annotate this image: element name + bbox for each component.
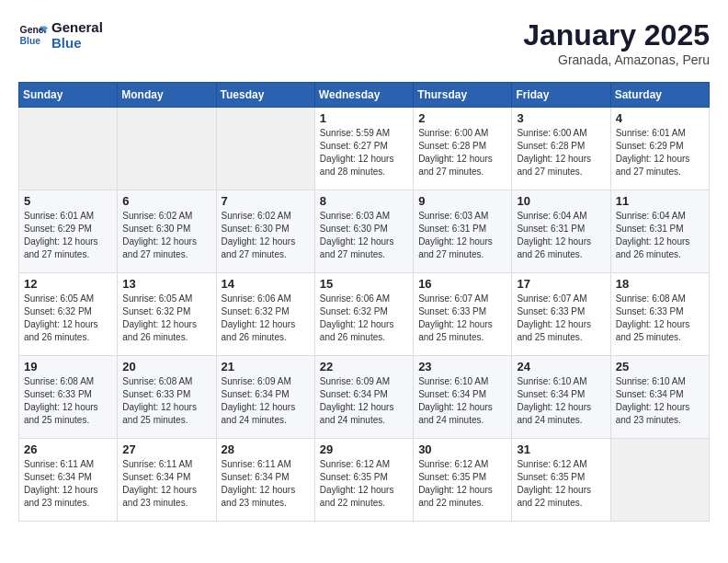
day-info: Sunrise: 6:08 AMSunset: 6:33 PMDaylight:…: [616, 293, 704, 344]
day-info: Sunrise: 6:07 AMSunset: 6:33 PMDaylight:…: [517, 293, 605, 344]
day-number: 1: [320, 111, 408, 125]
day-cell: 13Sunrise: 6:05 AMSunset: 6:32 PMDayligh…: [118, 273, 216, 356]
day-header-thursday: Thursday: [414, 83, 512, 108]
day-info: Sunrise: 6:01 AMSunset: 6:29 PMDaylight:…: [616, 127, 704, 178]
day-number: 7: [222, 194, 310, 208]
day-info: Sunrise: 6:02 AMSunset: 6:30 PMDaylight:…: [122, 210, 210, 261]
day-number: 18: [616, 277, 704, 291]
logo: General Blue General Blue: [18, 18, 103, 51]
day-number: 26: [24, 442, 112, 456]
day-cell: [118, 108, 216, 190]
day-number: 5: [24, 194, 112, 208]
day-info: Sunrise: 6:10 AMSunset: 6:34 PMDaylight:…: [616, 375, 704, 427]
day-number: 20: [122, 360, 210, 373]
day-header-wednesday: Wednesday: [314, 83, 413, 108]
week-row-3: 12Sunrise: 6:05 AMSunset: 6:32 PMDayligh…: [19, 273, 710, 356]
day-number: 21: [222, 360, 310, 373]
header-row: SundayMondayTuesdayWednesdayThursdayFrid…: [19, 83, 710, 108]
day-info: Sunrise: 6:01 AMSunset: 6:29 PMDaylight:…: [24, 210, 112, 261]
day-info: Sunrise: 6:11 AMSunset: 6:34 PMDaylight:…: [24, 458, 112, 510]
day-info: Sunrise: 6:00 AMSunset: 6:28 PMDaylight:…: [418, 127, 506, 178]
day-cell: 30Sunrise: 6:12 AMSunset: 6:35 PMDayligh…: [414, 439, 512, 522]
svg-text:Blue: Blue: [20, 35, 41, 45]
day-info: Sunrise: 6:07 AMSunset: 6:33 PMDaylight:…: [418, 293, 506, 344]
day-number: 6: [122, 194, 210, 208]
day-cell: 31Sunrise: 6:12 AMSunset: 6:35 PMDayligh…: [512, 439, 610, 522]
week-row-4: 19Sunrise: 6:08 AMSunset: 6:33 PMDayligh…: [19, 356, 710, 439]
day-number: 19: [24, 360, 112, 373]
day-number: 10: [517, 194, 605, 208]
day-cell: 17Sunrise: 6:07 AMSunset: 6:33 PMDayligh…: [512, 273, 610, 356]
day-cell: 18Sunrise: 6:08 AMSunset: 6:33 PMDayligh…: [610, 273, 709, 356]
day-info: Sunrise: 6:09 AMSunset: 6:34 PMDaylight:…: [222, 375, 310, 427]
day-cell: 3Sunrise: 6:00 AMSunset: 6:28 PMDaylight…: [512, 108, 610, 190]
day-number: 22: [320, 360, 408, 373]
day-number: 12: [24, 277, 112, 291]
day-number: 14: [222, 277, 310, 291]
day-info: Sunrise: 6:06 AMSunset: 6:32 PMDaylight:…: [222, 293, 310, 344]
day-cell: 22Sunrise: 6:09 AMSunset: 6:34 PMDayligh…: [314, 356, 413, 439]
day-cell: 25Sunrise: 6:10 AMSunset: 6:34 PMDayligh…: [610, 356, 709, 439]
day-number: 8: [320, 194, 408, 208]
logo-icon: General Blue: [18, 20, 48, 50]
day-number: 17: [517, 277, 605, 291]
day-cell: 6Sunrise: 6:02 AMSunset: 6:30 PMDaylight…: [118, 190, 216, 273]
day-info: Sunrise: 6:05 AMSunset: 6:32 PMDaylight:…: [122, 293, 210, 344]
day-cell: 7Sunrise: 6:02 AMSunset: 6:30 PMDaylight…: [216, 190, 314, 273]
day-cell: 20Sunrise: 6:08 AMSunset: 6:33 PMDayligh…: [118, 356, 216, 439]
day-number: 11: [616, 194, 704, 208]
day-cell: [216, 108, 314, 190]
week-row-1: 1Sunrise: 5:59 AMSunset: 6:27 PMDaylight…: [19, 108, 710, 190]
day-info: Sunrise: 6:08 AMSunset: 6:33 PMDaylight:…: [24, 375, 112, 427]
day-info: Sunrise: 6:11 AMSunset: 6:34 PMDaylight:…: [222, 458, 310, 510]
logo-line2: Blue: [51, 36, 103, 52]
day-number: 29: [320, 442, 408, 456]
day-cell: 27Sunrise: 6:11 AMSunset: 6:34 PMDayligh…: [118, 439, 216, 522]
day-info: Sunrise: 6:04 AMSunset: 6:31 PMDaylight:…: [517, 210, 605, 261]
day-cell: 23Sunrise: 6:10 AMSunset: 6:34 PMDayligh…: [414, 356, 512, 439]
day-info: Sunrise: 6:08 AMSunset: 6:33 PMDaylight:…: [122, 375, 210, 427]
day-cell: 5Sunrise: 6:01 AMSunset: 6:29 PMDaylight…: [19, 190, 118, 273]
day-header-tuesday: Tuesday: [216, 83, 314, 108]
day-cell: 16Sunrise: 6:07 AMSunset: 6:33 PMDayligh…: [414, 273, 512, 356]
day-cell: 2Sunrise: 6:00 AMSunset: 6:28 PMDaylight…: [414, 108, 512, 190]
day-number: 28: [222, 442, 310, 456]
day-info: Sunrise: 6:06 AMSunset: 6:32 PMDaylight:…: [320, 293, 408, 344]
day-header-sunday: Sunday: [19, 83, 118, 108]
day-info: Sunrise: 6:04 AMSunset: 6:31 PMDaylight:…: [616, 210, 704, 261]
calendar-table: SundayMondayTuesdayWednesdayThursdayFrid…: [18, 82, 710, 522]
week-row-2: 5Sunrise: 6:01 AMSunset: 6:29 PMDaylight…: [19, 190, 710, 273]
day-cell: 9Sunrise: 6:03 AMSunset: 6:31 PMDaylight…: [414, 190, 512, 273]
logo-line1: General: [51, 20, 103, 36]
day-cell: [19, 108, 118, 190]
day-number: 25: [616, 360, 704, 373]
day-info: Sunrise: 6:03 AMSunset: 6:31 PMDaylight:…: [418, 210, 506, 261]
day-info: Sunrise: 6:00 AMSunset: 6:28 PMDaylight:…: [517, 127, 605, 178]
day-cell: 26Sunrise: 6:11 AMSunset: 6:34 PMDayligh…: [19, 439, 118, 522]
day-info: Sunrise: 6:05 AMSunset: 6:32 PMDaylight:…: [24, 293, 112, 344]
day-number: 27: [122, 442, 210, 456]
day-info: Sunrise: 6:12 AMSunset: 6:35 PMDaylight:…: [418, 458, 506, 510]
week-row-5: 26Sunrise: 6:11 AMSunset: 6:34 PMDayligh…: [19, 439, 710, 522]
day-cell: 19Sunrise: 6:08 AMSunset: 6:33 PMDayligh…: [19, 356, 118, 439]
day-info: Sunrise: 6:12 AMSunset: 6:35 PMDaylight:…: [320, 458, 408, 510]
day-cell: 8Sunrise: 6:03 AMSunset: 6:30 PMDaylight…: [314, 190, 413, 273]
day-number: 9: [418, 194, 506, 208]
day-info: Sunrise: 6:11 AMSunset: 6:34 PMDaylight:…: [122, 458, 210, 510]
calendar-title: January 2025: [523, 18, 710, 52]
header: General Blue General Blue January 2025 G…: [18, 18, 710, 67]
day-cell: 1Sunrise: 5:59 AMSunset: 6:27 PMDaylight…: [314, 108, 413, 190]
day-cell: 15Sunrise: 6:06 AMSunset: 6:32 PMDayligh…: [314, 273, 413, 356]
day-header-saturday: Saturday: [610, 83, 709, 108]
day-number: 2: [418, 111, 506, 125]
day-number: 15: [320, 277, 408, 291]
day-number: 4: [616, 111, 704, 125]
day-number: 31: [517, 442, 605, 456]
day-cell: 24Sunrise: 6:10 AMSunset: 6:34 PMDayligh…: [512, 356, 610, 439]
day-number: 23: [418, 360, 506, 373]
day-cell: 12Sunrise: 6:05 AMSunset: 6:32 PMDayligh…: [19, 273, 118, 356]
day-number: 13: [122, 277, 210, 291]
day-info: Sunrise: 6:12 AMSunset: 6:35 PMDaylight:…: [517, 458, 605, 510]
day-cell: 14Sunrise: 6:06 AMSunset: 6:32 PMDayligh…: [216, 273, 314, 356]
day-info: Sunrise: 5:59 AMSunset: 6:27 PMDaylight:…: [320, 127, 408, 178]
